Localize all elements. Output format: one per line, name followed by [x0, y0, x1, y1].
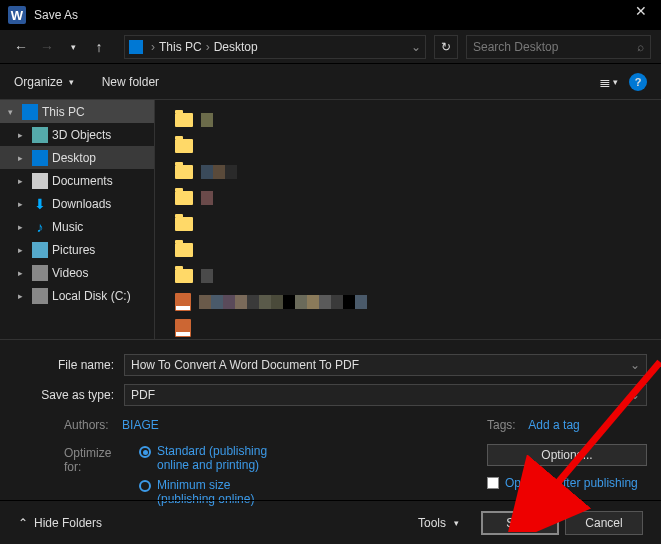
blurred-filename: [201, 191, 213, 205]
tree-item-label: Local Disk (C:): [52, 289, 131, 303]
pic-icon: [32, 242, 48, 258]
tree-item-vid[interactable]: ▸Videos: [0, 261, 154, 284]
file-item[interactable]: [175, 186, 641, 210]
expand-icon[interactable]: ▸: [18, 291, 28, 301]
new-folder-button[interactable]: New folder: [102, 75, 159, 89]
svg-line-1: [550, 362, 660, 492]
radio-minimum[interactable]: [139, 480, 151, 492]
folder-icon: [175, 165, 193, 179]
chevron-down-icon: ▾: [454, 518, 459, 528]
file-item[interactable]: [175, 290, 641, 314]
tree-item-doc[interactable]: ▸Documents: [0, 169, 154, 192]
navigation-bar: ← → ▾ ↑ › This PC › Desktop ⌄ ↻ Search D…: [0, 30, 661, 64]
tree-item-label: 3D Objects: [52, 128, 111, 142]
optimize-label: Optimize for:: [64, 446, 129, 474]
hide-folders-button[interactable]: ⌃ Hide Folders: [18, 516, 102, 530]
blurred-filename: [201, 269, 213, 283]
title-bar: W Save As ✕: [0, 0, 661, 30]
tools-dropdown[interactable]: Tools ▾: [418, 516, 459, 530]
expand-icon[interactable]: ▸: [18, 176, 28, 186]
blurred-filename: [199, 295, 367, 309]
chevron-down-icon: ▾: [69, 77, 74, 87]
expand-icon[interactable]: ▸: [18, 199, 28, 209]
expand-icon[interactable]: ▸: [18, 130, 28, 140]
pc-icon: [129, 40, 143, 54]
tree-item-3d[interactable]: ▸3D Objects: [0, 123, 154, 146]
file-list: [155, 100, 661, 339]
authors-value[interactable]: BIAGE: [122, 418, 159, 432]
folder-icon: [175, 243, 193, 257]
filename-label: File name:: [14, 358, 124, 372]
search-input[interactable]: Search Desktop ⌕: [466, 35, 651, 59]
view-options-button[interactable]: ≣▾: [593, 71, 623, 93]
savetype-label: Save as type:: [14, 388, 124, 402]
file-item[interactable]: [175, 316, 641, 339]
tree-item-label: Pictures: [52, 243, 95, 257]
tree-item-pc[interactable]: ▾This PC: [0, 100, 154, 123]
address-bar[interactable]: › This PC › Desktop ⌄: [124, 35, 426, 59]
folder-icon: [175, 113, 193, 127]
forward-button[interactable]: →: [36, 36, 58, 58]
mus-icon: ♪: [32, 219, 48, 235]
file-item[interactable]: [175, 264, 641, 288]
blurred-filename: [201, 113, 213, 127]
pdf-icon: [175, 293, 191, 311]
tree-item-label: Videos: [52, 266, 88, 280]
folder-icon: [175, 269, 193, 283]
close-button[interactable]: ✕: [621, 0, 661, 26]
expand-icon[interactable]: ▸: [18, 153, 28, 163]
folder-icon: [175, 191, 193, 205]
blurred-filename: [201, 165, 237, 179]
folder-icon: [175, 217, 193, 231]
radio-standard[interactable]: [139, 446, 151, 458]
help-button[interactable]: ?: [629, 73, 647, 91]
file-item[interactable]: [175, 108, 641, 132]
chevron-right-icon: ›: [151, 40, 155, 54]
expand-icon[interactable]: ▸: [18, 268, 28, 278]
authors-label: Authors:: [64, 418, 109, 432]
main-panel: ▾This PC▸3D Objects▸Desktop▸Documents▸⬇D…: [0, 100, 661, 340]
expand-icon[interactable]: ▸: [18, 222, 28, 232]
tree-item-label: Desktop: [52, 151, 96, 165]
chevron-down-icon[interactable]: ⌄: [411, 40, 421, 54]
window-title: Save As: [34, 8, 621, 22]
word-app-icon: W: [8, 6, 26, 24]
annotation-arrow: [470, 352, 661, 532]
radio-standard-label[interactable]: Standard (publishing online and printing…: [157, 444, 287, 472]
desk-icon: [32, 150, 48, 166]
file-item[interactable]: [175, 212, 641, 236]
tree-item-pic[interactable]: ▸Pictures: [0, 238, 154, 261]
tree-item-disk[interactable]: ▸Local Disk (C:): [0, 284, 154, 307]
tree-item-label: Downloads: [52, 197, 111, 211]
breadcrumb-current[interactable]: Desktop: [214, 40, 258, 54]
disk-icon: [32, 288, 48, 304]
3d-icon: [32, 127, 48, 143]
recent-dropdown[interactable]: ▾: [62, 36, 84, 58]
toolbar: Organize ▾ New folder ≣▾ ?: [0, 64, 661, 100]
chevron-up-icon: ⌃: [18, 516, 28, 530]
organize-button[interactable]: Organize ▾: [14, 75, 74, 89]
folder-icon: [175, 139, 193, 153]
back-button[interactable]: ←: [10, 36, 32, 58]
tree-item-desk[interactable]: ▸Desktop: [0, 146, 154, 169]
doc-icon: [32, 173, 48, 189]
pc-icon: [22, 104, 38, 120]
dl-icon: ⬇: [32, 196, 48, 212]
breadcrumb-root[interactable]: This PC: [159, 40, 202, 54]
tree-item-label: Documents: [52, 174, 113, 188]
expand-icon[interactable]: ▸: [18, 245, 28, 255]
tree-item-label: This PC: [42, 105, 85, 119]
refresh-button[interactable]: ↻: [434, 35, 458, 59]
file-item[interactable]: [175, 160, 641, 184]
tree-item-dl[interactable]: ▸⬇Downloads: [0, 192, 154, 215]
chevron-right-icon: ›: [206, 40, 210, 54]
search-placeholder: Search Desktop: [473, 40, 558, 54]
navigation-tree: ▾This PC▸3D Objects▸Desktop▸Documents▸⬇D…: [0, 100, 155, 339]
tree-item-label: Music: [52, 220, 83, 234]
file-item[interactable]: [175, 238, 641, 262]
tree-item-mus[interactable]: ▸♪Music: [0, 215, 154, 238]
up-button[interactable]: ↑: [88, 36, 110, 58]
vid-icon: [32, 265, 48, 281]
file-item[interactable]: [175, 134, 641, 158]
expand-icon[interactable]: ▾: [8, 107, 18, 117]
